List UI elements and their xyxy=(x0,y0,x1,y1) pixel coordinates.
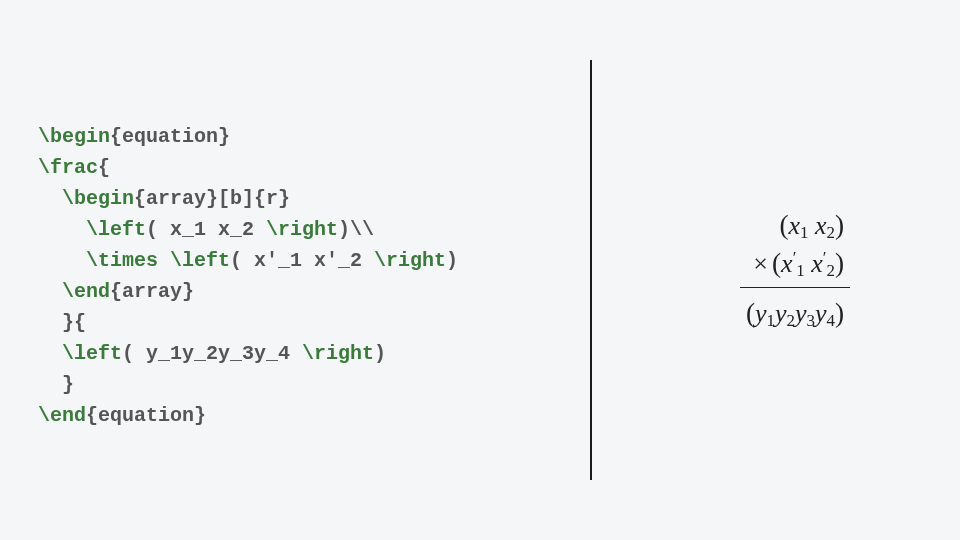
var-y: y xyxy=(755,299,767,328)
code-token: {array}[b]{r} xyxy=(134,187,290,210)
subscript: 1 xyxy=(800,223,808,242)
code-token: ) xyxy=(446,249,458,272)
code-token: ( x'_1 x'_2 xyxy=(230,249,374,272)
left-paren: ( xyxy=(746,298,755,328)
subscript: 2 xyxy=(827,223,835,242)
code-token: \frac xyxy=(38,156,98,179)
document-layout: \begin{equation} \frac{ \begin{array}[b]… xyxy=(0,0,960,540)
right-paren: ) xyxy=(835,210,844,240)
code-token: \end xyxy=(62,280,110,303)
latex-code-block: \begin{equation} \frac{ \begin{array}[b]… xyxy=(38,90,580,431)
code-token: {array} xyxy=(110,280,194,303)
subscript: 2 xyxy=(787,311,795,330)
code-token: \left xyxy=(86,218,146,241)
var-x: x xyxy=(781,249,793,278)
numerator: (x1 x2) ×(x′1 x′2) xyxy=(740,207,850,287)
left-paren: ( xyxy=(772,248,781,278)
subscript: 1 xyxy=(796,261,804,280)
latex-source-pane: \begin{equation} \frac{ \begin{array}[b]… xyxy=(0,0,580,540)
code-token: { xyxy=(98,156,110,179)
denominator-row: (y1y2y3y4) xyxy=(746,299,844,328)
var-x: x xyxy=(811,249,823,278)
var-y: y xyxy=(795,299,807,328)
vertical-divider xyxy=(590,60,592,480)
code-token: \right xyxy=(266,218,338,241)
subscript: 3 xyxy=(807,311,815,330)
left-paren: ( xyxy=(779,210,788,240)
code-token: \begin xyxy=(38,125,110,148)
right-paren: ) xyxy=(835,298,844,328)
code-token: \right xyxy=(302,342,374,365)
code-token: } xyxy=(62,373,74,396)
numerator-row-1: (x1 x2) xyxy=(746,207,844,245)
times-icon: × xyxy=(753,249,768,278)
subscript: 2 xyxy=(827,261,835,280)
subscript: 4 xyxy=(827,311,835,330)
denominator: (y1y2y3y4) xyxy=(740,287,850,333)
code-token: \end xyxy=(38,404,86,427)
numerator-row-2: ×(x′1 x′2) xyxy=(746,245,844,283)
code-token: {equation} xyxy=(110,125,230,148)
var-x: x xyxy=(789,211,801,240)
code-token: ( y_1y_2y_3y_4 xyxy=(122,342,302,365)
var-y: y xyxy=(815,299,827,328)
var-y: y xyxy=(775,299,787,328)
code-token: {equation} xyxy=(86,404,206,427)
right-paren: ) xyxy=(835,248,844,278)
code-token: ( x_1 x_2 xyxy=(146,218,266,241)
code-token: \times \left xyxy=(86,249,230,272)
code-token: )\\ xyxy=(338,218,374,241)
code-token: \left xyxy=(62,342,122,365)
rendered-equation: (x1 x2) ×(x′1 x′2) (y1y2y3y4) xyxy=(740,207,850,333)
code-token: \begin xyxy=(62,187,134,210)
code-token: ) xyxy=(374,342,386,365)
code-token: }{ xyxy=(62,311,86,334)
code-token: \right xyxy=(374,249,446,272)
fraction: (x1 x2) ×(x′1 x′2) (y1y2y3y4) xyxy=(740,207,850,333)
var-x: x xyxy=(815,211,827,240)
subscript: 1 xyxy=(767,311,775,330)
rendered-output-pane: (x1 x2) ×(x′1 x′2) (y1y2y3y4) xyxy=(580,0,960,540)
